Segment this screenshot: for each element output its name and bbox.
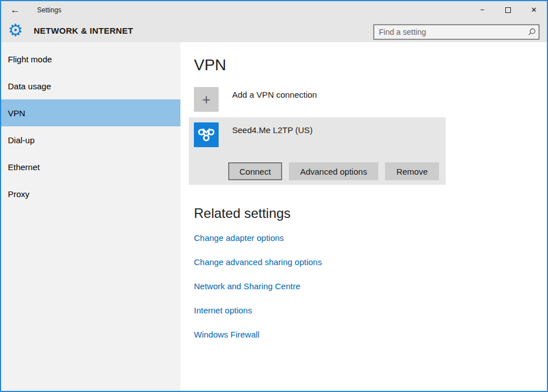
related-settings-links: Change adapter options Change advanced s…: [194, 233, 547, 340]
vpn-connection-actions: Connect Advanced options Remove: [194, 162, 439, 180]
plus-icon: +: [194, 87, 219, 112]
sidebar-item-label: Data usage: [8, 81, 51, 91]
add-vpn-connection-button[interactable]: + Add a VPN connection: [194, 87, 547, 112]
back-button[interactable]: ←: [9, 4, 21, 16]
minimize-icon: −: [480, 6, 484, 14]
advanced-options-button[interactable]: Advanced options: [289, 162, 378, 180]
link-windows-firewall[interactable]: Windows Firewall: [194, 330, 260, 339]
maximize-icon: [505, 7, 511, 13]
sidebar-item-label: Proxy: [8, 189, 29, 199]
connect-button[interactable]: Connect: [228, 162, 282, 180]
vpn-connection-name: Seed4.Me L2TP (US): [232, 125, 313, 147]
close-icon: ✕: [531, 6, 537, 14]
list-item: Windows Firewall: [194, 330, 547, 340]
list-item: Change adapter options: [194, 233, 547, 243]
seed4me-vpn-icon: [194, 122, 219, 147]
maximize-button[interactable]: [495, 1, 521, 19]
sidebar-item-ethernet[interactable]: Ethernet: [1, 153, 180, 180]
link-network-and-sharing-centre[interactable]: Network and Sharing Centre: [194, 281, 300, 291]
sidebar-item-dial-up[interactable]: Dial-up: [1, 126, 180, 153]
sidebar-nav: Flight mode Data usage VPN Dial-up Ether…: [1, 42, 180, 391]
body-row: Flight mode Data usage VPN Dial-up Ether…: [1, 42, 547, 391]
remove-button[interactable]: Remove: [385, 162, 439, 180]
close-button[interactable]: ✕: [521, 1, 547, 19]
gear-icon: ⚙: [8, 22, 23, 39]
sidebar-item-vpn[interactable]: VPN: [1, 99, 180, 126]
list-item: Change advanced sharing options: [194, 257, 547, 267]
search-icon[interactable]: [525, 26, 538, 38]
top-zone: ← Settings − ✕ ⚙ NETWORK & INTERNET: [1, 1, 547, 42]
sidebar-item-data-usage[interactable]: Data usage: [1, 72, 180, 99]
link-internet-options[interactable]: Internet options: [194, 306, 252, 315]
related-settings-title: Related settings: [194, 206, 547, 221]
vpn-connection-header: Seed4.Me L2TP (US): [194, 122, 439, 147]
settings-window: ← Settings − ✕ ⚙ NETWORK & INTERNET: [0, 0, 548, 392]
minimize-button[interactable]: −: [469, 1, 495, 19]
search-box: [373, 24, 540, 40]
vpn-connection-item[interactable]: Seed4.Me L2TP (US) Connect Advanced opti…: [189, 117, 446, 185]
sidebar-item-label: Dial-up: [8, 135, 35, 145]
sidebar-item-flight-mode[interactable]: Flight mode: [1, 45, 180, 72]
page-title: VPN: [194, 56, 547, 74]
search-input[interactable]: [374, 28, 525, 37]
back-arrow-icon: ←: [11, 4, 20, 15]
list-item: Internet options: [194, 306, 547, 316]
category-title: NETWORK & INTERNET: [34, 26, 133, 35]
window-title: Settings: [37, 6, 61, 14]
sidebar-item-label: VPN: [8, 108, 25, 118]
sidebar-item-label: Flight mode: [8, 54, 52, 64]
add-vpn-label: Add a VPN connection: [232, 90, 317, 112]
link-change-adapter-options[interactable]: Change adapter options: [194, 233, 284, 243]
sidebar-item-proxy[interactable]: Proxy: [1, 180, 180, 207]
link-change-advanced-sharing-options[interactable]: Change advanced sharing options: [194, 257, 322, 267]
window-controls: − ✕: [469, 1, 547, 19]
sidebar-item-label: Ethernet: [8, 162, 40, 172]
title-bar: ← Settings − ✕: [1, 1, 547, 19]
main-content: VPN + Add a VPN connection: [180, 42, 547, 391]
list-item: Network and Sharing Centre: [194, 281, 547, 291]
